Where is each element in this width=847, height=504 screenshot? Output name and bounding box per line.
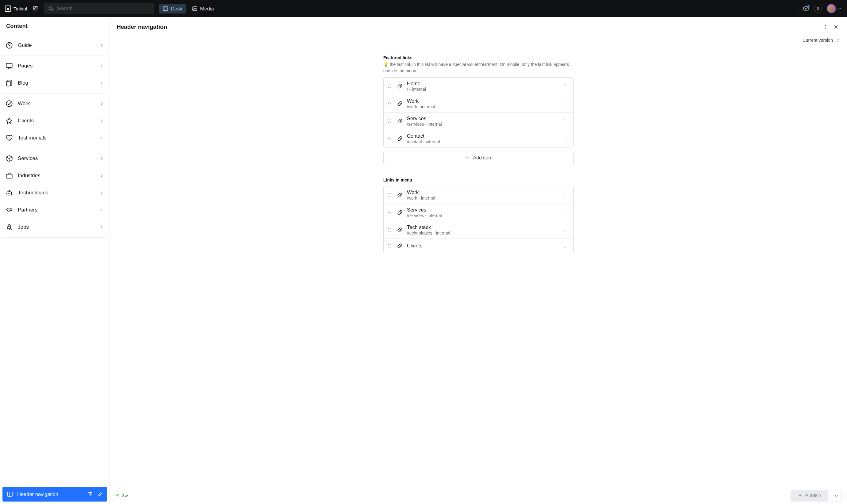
chevron-right-icon	[99, 43, 104, 48]
link-icon	[397, 135, 403, 142]
tab-media[interactable]: Media	[188, 4, 218, 14]
document-header: Header navigation	[110, 17, 847, 36]
chevron-down-icon	[837, 6, 842, 11]
drag-handle-icon[interactable]	[386, 242, 393, 249]
item-menu-button[interactable]	[561, 134, 569, 143]
link-icon	[397, 242, 403, 249]
brand-name: Tinloof	[14, 6, 27, 11]
drag-handle-icon[interactable]	[386, 100, 393, 107]
drag-handle-icon[interactable]	[386, 227, 393, 233]
link-item[interactable]: Home/ - internal	[384, 77, 573, 95]
chevron-right-icon	[99, 101, 104, 106]
workspace-tabs: Desk Media	[159, 4, 218, 14]
link-icon	[397, 83, 403, 90]
sidebar-item-partners[interactable]: Partners	[2, 202, 107, 218]
link-item[interactable]: Contact/contact - internal	[384, 130, 573, 147]
item-menu-button[interactable]	[561, 191, 569, 199]
sidebar-item-label: Work	[18, 101, 94, 107]
close-document-button[interactable]	[832, 23, 840, 31]
chevron-right-icon	[99, 118, 104, 123]
search-icon	[48, 6, 54, 11]
link-title: Services	[407, 115, 557, 121]
tab-label: Desk	[171, 6, 182, 12]
item-menu-button[interactable]	[561, 242, 569, 250]
sidebar-item-guide[interactable]: Guide	[2, 37, 107, 54]
link-item[interactable]: Clients	[384, 239, 573, 253]
check-circle-icon	[5, 100, 13, 107]
item-menu-button[interactable]	[561, 82, 569, 90]
cube-icon	[5, 155, 13, 162]
robot-icon	[5, 189, 13, 197]
publish-button[interactable]: Publish	[791, 490, 828, 502]
field-label: Links in menu	[383, 178, 574, 182]
sidebar-item-pages[interactable]: Pages	[2, 58, 107, 74]
logo-mark-icon	[5, 5, 11, 12]
publish-icon	[797, 493, 803, 499]
sidebar-item-blog[interactable]: Blog	[2, 75, 107, 91]
search-box[interactable]	[44, 3, 154, 14]
sidebar-item-industries[interactable]: Industries	[2, 167, 107, 184]
dots-vertical-icon	[823, 24, 828, 30]
sidebar-item-services[interactable]: Services	[2, 150, 107, 167]
sidebar-active-item[interactable]: Header navigation	[2, 487, 107, 502]
document-menu-button[interactable]	[821, 23, 830, 31]
drag-handle-icon[interactable]	[386, 209, 393, 216]
publish-options-button[interactable]	[831, 490, 842, 502]
sidebar-item-work[interactable]: Work	[2, 95, 107, 112]
compose-button[interactable]	[31, 4, 40, 13]
link-item[interactable]: Work/work - internal	[384, 186, 573, 204]
version-selector[interactable]: Current version	[110, 36, 847, 46]
brand-logo[interactable]: Tinloof	[5, 5, 27, 12]
add-item-button[interactable]: Add item	[383, 152, 574, 164]
sidebar-item-label: Services	[18, 156, 94, 162]
sidebar: Content GuidePagesBlogWorkClientsTestimo…	[0, 17, 110, 504]
publish-label: Publish	[805, 493, 821, 499]
version-label: Current version	[802, 38, 833, 42]
chevron-right-icon	[99, 225, 104, 230]
search-input[interactable]	[57, 6, 150, 11]
item-menu-button[interactable]	[561, 117, 569, 125]
item-menu-button[interactable]	[561, 226, 569, 234]
drag-handle-icon[interactable]	[386, 83, 393, 90]
sidebar-item-label: Jobs	[18, 224, 94, 230]
topbar: Tinloof Desk Media 0	[0, 0, 847, 17]
panel-icon	[163, 6, 168, 11]
link-item[interactable]: Services/services - internal	[384, 204, 573, 221]
link-item[interactable]: Services/services - internal	[384, 112, 573, 130]
items-list: Work/work - internalServices/services - …	[383, 186, 574, 253]
dataset-button[interactable]	[803, 5, 809, 12]
tasks-badge[interactable]: 0	[814, 5, 822, 13]
sidebar-item-clients[interactable]: Clients	[2, 112, 107, 129]
drag-handle-icon[interactable]	[386, 192, 393, 198]
select-icon	[835, 38, 840, 42]
tab-desk[interactable]: Desk	[159, 4, 186, 14]
user-menu[interactable]	[827, 4, 842, 13]
link-subtitle: / - internal	[407, 87, 557, 92]
document-pane: Header navigation Current version Featur…	[110, 17, 847, 504]
question-icon	[5, 42, 13, 49]
heart-icon	[5, 134, 13, 142]
drag-handle-icon[interactable]	[386, 135, 393, 142]
collapse-up-icon[interactable]	[87, 491, 93, 497]
item-menu-button[interactable]	[561, 209, 569, 216]
sidebar-item-technologies[interactable]: Technologies	[2, 184, 107, 201]
link-item[interactable]: Work/work - internal	[384, 95, 573, 112]
pencil-icon[interactable]	[97, 491, 103, 497]
last-updated[interactable]: 3w	[115, 493, 128, 498]
link-item[interactable]: Tech stack/technologies - internal	[384, 221, 573, 239]
link-icon	[397, 118, 403, 124]
chevron-right-icon	[99, 136, 104, 140]
link-title: Home	[407, 80, 557, 87]
sidebar-item-jobs[interactable]: Jobs	[2, 219, 107, 235]
chevron-right-icon	[99, 80, 104, 86]
item-menu-button[interactable]	[561, 100, 569, 108]
sidebar-item-label: Blog	[18, 80, 94, 86]
sidebar-item-testimonials[interactable]: Testimonials	[2, 130, 107, 146]
drag-handle-icon[interactable]	[386, 118, 393, 124]
documents-icon	[5, 79, 13, 87]
link-icon	[397, 227, 403, 233]
image-icon	[192, 6, 197, 11]
notification-dot-icon	[808, 5, 810, 7]
sidebar-item-label: Technologies	[18, 190, 94, 196]
chevron-right-icon	[99, 208, 104, 213]
